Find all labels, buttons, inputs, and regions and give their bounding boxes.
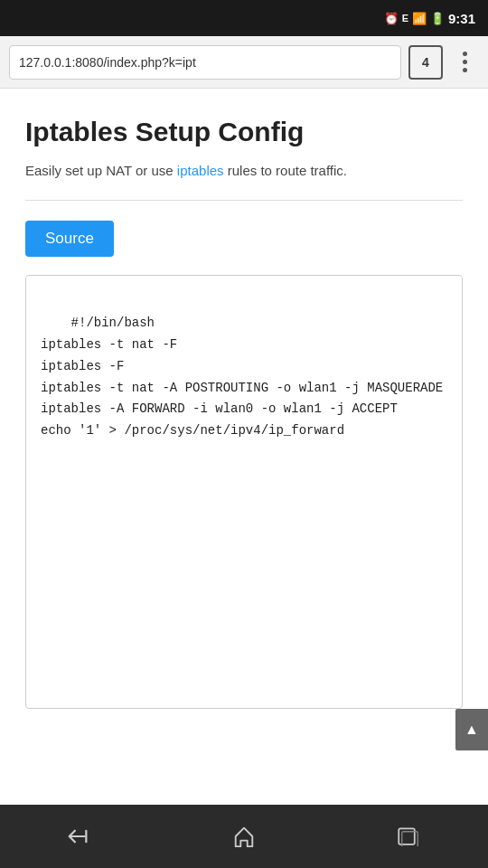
recents-icon — [394, 826, 419, 846]
menu-dot-2 — [463, 60, 467, 64]
page-title: Iptables Setup Config — [25, 116, 463, 148]
back-icon — [67, 826, 96, 846]
url-bar[interactable]: 127.0.0.1:8080/index.php?k=ipt — [9, 45, 401, 80]
back-button[interactable] — [59, 814, 104, 859]
home-icon — [232, 825, 256, 848]
code-text: #!/bin/bash iptables -t nat -F iptables … — [41, 316, 443, 438]
home-button[interactable] — [221, 814, 267, 859]
divider — [25, 200, 463, 201]
menu-dot-3 — [463, 68, 467, 72]
tab-count-button[interactable]: 4 — [408, 45, 443, 80]
bottom-nav — [0, 805, 488, 868]
battery-icon: 🔋 — [430, 12, 445, 25]
recents-button[interactable] — [384, 814, 429, 859]
alarm-icon: ⏰ — [384, 12, 399, 25]
signal-bars-icon: 📶 — [412, 12, 427, 25]
subtitle-post-text: rules to route traffic. — [224, 163, 347, 178]
tab-count-label: 4 — [422, 55, 429, 70]
menu-button[interactable] — [450, 45, 479, 80]
source-button[interactable]: Source — [25, 221, 114, 257]
url-text: 127.0.0.1:8080/index.php?k=ipt — [19, 55, 196, 70]
browser-toolbar: 127.0.0.1:8080/index.php?k=ipt 4 — [0, 36, 488, 89]
scroll-top-icon: ▲ — [465, 722, 479, 738]
svg-rect-0 — [399, 828, 415, 844]
status-time: 9:31 — [448, 11, 475, 26]
subtitle-pre-text: Easily set up NAT or use — [25, 163, 177, 178]
iptables-link[interactable]: iptables — [177, 163, 224, 178]
signal-e-icon: E — [402, 13, 408, 24]
status-icons: ⏰ E 📶 🔋 9:31 — [384, 11, 475, 26]
page-content: Iptables Setup Config Easily set up NAT … — [0, 89, 488, 805]
scroll-top-button[interactable]: ▲ — [455, 709, 488, 750]
status-bar: ⏰ E 📶 🔋 9:31 — [0, 0, 488, 36]
code-box[interactable]: #!/bin/bash iptables -t nat -F iptables … — [25, 275, 463, 709]
page-subtitle: Easily set up NAT or use iptables rules … — [25, 161, 463, 182]
menu-dot-1 — [463, 52, 467, 56]
